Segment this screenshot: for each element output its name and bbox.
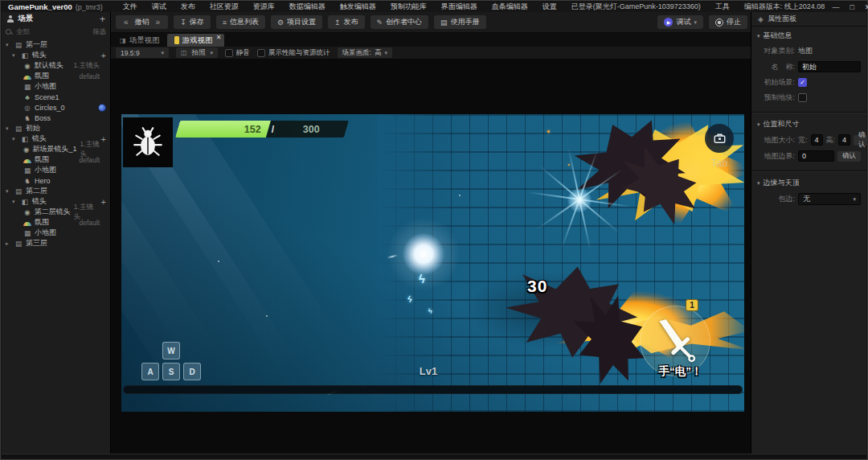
tree-item-newscene-camera[interactable]: ◉ 新场景镜头_1 1.主镜头 (2, 144, 110, 154)
tree-item-layer2-camera[interactable]: ◉ 第二层镜头 1.主镜头 (2, 207, 110, 217)
tree-item-hero[interactable]: ♞ Hero (2, 175, 110, 186)
key-s[interactable]: S (162, 363, 180, 380)
menu-debug[interactable]: 调试 (145, 2, 174, 12)
tree-item-ambience[interactable]: 氛围 default (2, 154, 110, 165)
aspect-ratio-select[interactable]: 19.5:9 ▾ (116, 47, 169, 58)
tree-item-layer3[interactable]: ▸ ▤ 第三层 (2, 238, 110, 248)
add-camera-button[interactable]: + (101, 51, 106, 60)
section-position-size: ▾ 位置和尺寸 地图大小: 宽: 4 高: 4 确认 地图边界: 0 确认 (751, 115, 866, 169)
undo-icon[interactable]: « (122, 18, 130, 27)
game-viewport[interactable]: ϟ ϟ ϟ 30 (121, 114, 744, 412)
camera-icon: ◉ (23, 146, 30, 154)
stats-checkbox[interactable]: 展示性能与资源统计 (257, 48, 330, 58)
menu-tools[interactable]: 工具 (708, 2, 737, 12)
chevron-down-icon[interactable]: ▾ (694, 19, 697, 26)
info-list-button[interactable]: ≡ 信息列表 (216, 15, 265, 29)
redo-icon[interactable]: » (154, 18, 162, 27)
book-icon: ▤ (440, 18, 448, 27)
tree-item-layer1[interactable]: ▾ ▤ 第一层 (2, 39, 110, 50)
skill-count-badge: 1 (686, 299, 698, 311)
login-status: 已登录(聚光灯-GamePunk-1039723360) (564, 2, 708, 12)
chevron-right-icon[interactable]: ▸ (6, 240, 11, 247)
menu-resource-lib[interactable]: 资源库 (246, 2, 282, 12)
scene-quality-select[interactable]: 场景画质: 高 ▾ (338, 47, 392, 58)
chevron-down-icon[interactable]: ▾ (12, 52, 18, 59)
section-header[interactable]: ▾ 边缘与天顶 (757, 178, 861, 188)
chevron-down-icon[interactable]: ▾ (6, 188, 11, 195)
checkbox-icon[interactable] (257, 49, 265, 57)
mute-checkbox[interactable]: 静音 (225, 48, 250, 58)
tree-item-circles0[interactable]: ◎ Circles_0 (2, 102, 110, 113)
name-input[interactable]: 初始 (798, 61, 861, 72)
menu-community[interactable]: 社区资源 (203, 2, 246, 12)
menu-hpbar-editor[interactable]: 血条编辑器 (485, 2, 535, 12)
map-border-input[interactable]: 0 (798, 150, 834, 162)
scene-search[interactable]: 全部 筛选 (6, 27, 106, 37)
tab-scene-view[interactable]: ◨ 场景视图 (113, 34, 167, 47)
filter-button[interactable]: 筛选 (92, 27, 106, 37)
creator-center-button[interactable]: ✎ 创作者中心 (371, 15, 429, 29)
section-basic-info: ▾ 基础信息 对象类别: 地图 名 称: 初始 初始场景: ✓ 预制地块: (751, 27, 866, 110)
prefab-checkbox[interactable] (798, 93, 807, 102)
menu-ui-editor[interactable]: 界面编辑器 (434, 2, 485, 12)
manual-button[interactable]: ▤ 使用手册 (434, 15, 486, 29)
maximize-button[interactable]: □ (850, 3, 854, 11)
chevron-down-icon: ▾ (384, 50, 387, 56)
map-width-input[interactable]: 4 (811, 134, 823, 146)
tree-item-ambience[interactable]: 氛围 default (2, 217, 110, 228)
tree-item-minimap[interactable]: ▦ 小地图 (2, 165, 110, 175)
save-icon: ↧ (180, 18, 186, 27)
tree-item-minimap[interactable]: ▦ 小地图 (2, 81, 110, 92)
add-camera-button[interactable]: + (101, 134, 106, 144)
tree-item-layer2[interactable]: ▾ ▤ 第二层 (2, 186, 110, 196)
publish-button[interactable]: ↥ 发布 (328, 15, 365, 29)
add-camera-button[interactable]: + (101, 197, 106, 207)
scene-icon (6, 15, 14, 23)
section-header[interactable]: ▾ 基础信息 (757, 31, 861, 41)
checkbox-icon[interactable] (225, 49, 233, 57)
menu-prefab-lib[interactable]: 预制功能库 (383, 2, 434, 12)
chevron-down-icon[interactable]: ▾ (12, 199, 18, 205)
save-button[interactable]: ↧ 保存 (174, 15, 211, 29)
menu-file[interactable]: 文件 (116, 2, 145, 12)
tree-item-boss[interactable]: ♞ Boss (2, 113, 110, 123)
screenshot-button[interactable]: ◫ 拍照 ▾ (176, 47, 218, 58)
add-scene-button[interactable]: + (100, 15, 105, 23)
search-placeholder: 全部 (16, 27, 30, 37)
tree-item-default-camera[interactable]: ◉ 默认镜头 1.主镜头 (2, 60, 110, 71)
key-d[interactable]: D (183, 363, 201, 380)
menu-data-editor[interactable]: 数据编辑器 (282, 2, 333, 12)
confirm-border-button[interactable]: 确认 (837, 151, 861, 162)
stop-button[interactable]: 停止 (709, 15, 747, 29)
key-a[interactable]: A (141, 363, 159, 380)
menu-publish[interactable]: 发布 (174, 2, 203, 12)
key-w[interactable]: W (162, 342, 180, 359)
debug-play-icon: ▶ (664, 18, 673, 27)
close-icon[interactable]: ✕ (216, 34, 222, 41)
tree-item-ambience[interactable]: 氛围 default (2, 71, 110, 81)
menu-settings[interactable]: 设置 (535, 2, 564, 12)
tree-item-camera-group[interactable]: ▾ ◧ 镜头 + (2, 50, 110, 60)
map-height-input[interactable]: 4 (838, 134, 850, 146)
tree-item-scene1[interactable]: ♣ Scene1 (2, 92, 110, 102)
close-button[interactable]: ✕ (865, 3, 868, 11)
init-scene-checkbox[interactable]: ✓ (798, 78, 807, 87)
confirm-size-button[interactable]: 确认 (854, 135, 868, 146)
tree-item-minimap[interactable]: ▦ 小地图 (2, 228, 110, 238)
app-title: GamePunk_ver00 (8, 2, 72, 11)
menu-trigger-editor[interactable]: 触发编辑器 (333, 2, 383, 12)
tab-game-view[interactable]: 游戏视图 ✕ (167, 34, 224, 47)
undo-redo-group[interactable]: « 撤销 » (116, 15, 168, 29)
minimize-button[interactable]: — (832, 3, 839, 11)
chevron-down-icon[interactable]: ▾ (12, 136, 18, 142)
chevron-down-icon[interactable]: ▾ (6, 42, 11, 48)
section-header[interactable]: ▾ 位置和尺寸 (757, 119, 861, 129)
chevron-down-icon: ▾ (757, 33, 760, 39)
inventory-button[interactable] (705, 124, 734, 153)
project-settings-button[interactable]: ⚙ 项目设置 (271, 15, 322, 29)
upload-icon: ↥ (334, 18, 341, 27)
chevron-down-icon[interactable]: ▾ (6, 125, 11, 132)
debug-run-button[interactable]: ▶ 调试 ▾ (657, 15, 703, 29)
tree-item-init[interactable]: ▾ ▤ 初始 (2, 123, 110, 133)
wrap-select[interactable]: 无 ▾ (798, 193, 861, 205)
